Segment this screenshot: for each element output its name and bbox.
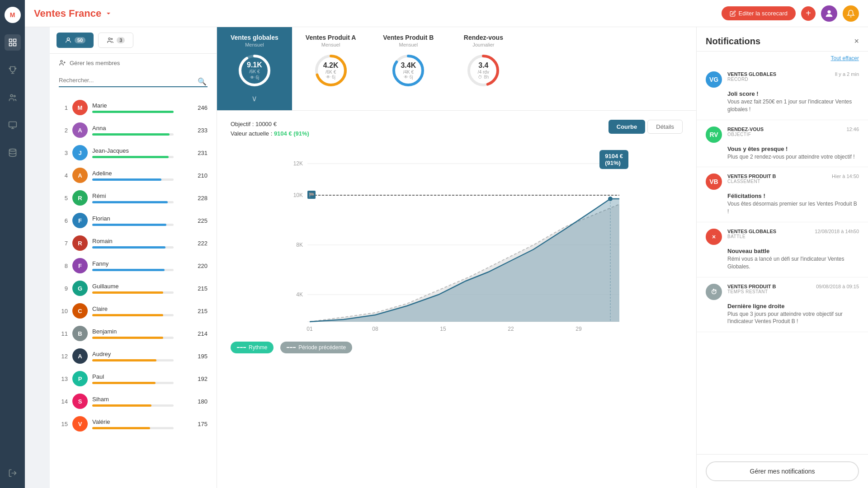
list-item[interactable]: 9 G Guillaume 215 — [50, 277, 217, 300]
notification-item[interactable]: VG VENTES GLOBALES RECORD Il y a 2 min J… — [697, 65, 868, 120]
kpi-tab-1[interactable]: Ventes Produit A Mensuel 4.2K /6K € 👁 6j — [292, 27, 370, 110]
sidebar-item-trophy[interactable] — [5, 62, 21, 78]
member-name: Romain — [92, 238, 193, 244]
member-progress-bar — [92, 359, 156, 361]
chart-container: 9104 € (91%) 12K 10K 8K 4K — [231, 145, 683, 337]
member-progress-bar — [92, 156, 169, 158]
member-rank: 2 — [59, 127, 68, 134]
svg-marker-36 — [310, 199, 619, 322]
notification-item[interactable]: ⏱ VENTES PRODUIT B TEMPS RESTANT 09/08/2… — [697, 277, 868, 333]
member-avatar: P — [72, 371, 88, 386]
app-logo[interactable]: M — [5, 7, 21, 23]
manage-notifications-button[interactable]: Gérer mes notifications — [706, 461, 859, 481]
kpi-tabs: Ventes globales Mensuel 9.1K /6K € 👁 6j … — [217, 27, 696, 111]
list-item[interactable]: 13 P Paul 192 — [50, 367, 217, 390]
clear-all-button[interactable]: Tout effacer — [697, 52, 868, 65]
btn-details[interactable]: Détails — [647, 120, 683, 134]
member-rank: 8 — [59, 263, 68, 269]
chart-area: Objectif : 10000 € Valeur actuelle : 910… — [217, 111, 696, 488]
tab-individuals-count: 50 — [75, 37, 85, 43]
svg-rect-1 — [13, 39, 16, 42]
notifications-header: Notifications × — [697, 27, 868, 52]
member-name: Florian — [92, 215, 193, 222]
member-progress-bg — [92, 337, 174, 339]
member-progress-bg — [92, 133, 174, 136]
member-progress-bg — [92, 269, 174, 271]
list-item[interactable]: 4 A Adeline 210 — [50, 164, 217, 187]
close-notifications-button[interactable]: × — [854, 37, 859, 46]
list-item[interactable]: 7 R Romain 222 — [50, 232, 217, 254]
list-item[interactable]: 8 F Fanny 220 — [50, 254, 217, 277]
legend-periode[interactable]: Période précédente — [280, 342, 352, 353]
tab-individuals[interactable]: 50 — [57, 33, 94, 48]
member-progress-bar — [92, 269, 165, 271]
kpi-tab-3[interactable]: Rendez-vous Journalier 3.4 /4 rdv ⏱ 8h — [447, 27, 519, 110]
member-name: Anna — [92, 125, 193, 131]
svg-text:🏁: 🏁 — [309, 192, 315, 198]
svg-point-7 — [9, 149, 16, 151]
list-item[interactable]: 11 B Benjamin 214 — [50, 322, 217, 345]
add-button[interactable]: + — [801, 6, 816, 21]
list-item[interactable]: 10 C Claire 215 — [50, 300, 217, 322]
edit-scorecard-button[interactable]: Editer la scorecard — [722, 6, 796, 20]
chart-tooltip: 9104 € (91%) — [599, 150, 628, 169]
notifications-bell[interactable] — [843, 5, 859, 22]
member-progress-bar — [92, 291, 163, 294]
list-item[interactable]: 6 F Florian 225 — [50, 209, 217, 232]
sidebar-item-team[interactable] — [5, 89, 21, 106]
notification-item[interactable]: × VENTES GLOBALES BATTLE 12/08/2018 à 14… — [697, 222, 868, 277]
list-item[interactable]: 3 J Jean-Jacques 231 — [50, 141, 217, 164]
sidebar-item-database[interactable] — [5, 145, 21, 161]
member-avatar: S — [72, 394, 88, 409]
kpi-tab-2[interactable]: Ventes Produit B Mensuel 3.4K /4K € 👁 6j — [369, 27, 447, 110]
member-score: 192 — [198, 375, 208, 382]
rythme-icon — [237, 347, 246, 348]
member-avatar: M — [72, 100, 88, 115]
svg-point-12 — [61, 61, 62, 62]
member-search-input[interactable] — [59, 74, 208, 87]
member-rank: 4 — [59, 172, 68, 179]
btn-courbe[interactable]: Courbe — [609, 120, 646, 134]
kpi-tab-0[interactable]: Ventes globales Mensuel 9.1K /6K € 👁 6j … — [217, 27, 292, 110]
periode-icon — [287, 347, 296, 348]
sidebar-item-dashboard[interactable] — [5, 34, 21, 51]
member-score: 220 — [198, 263, 208, 269]
logout-button[interactable] — [5, 465, 21, 481]
svg-text:22: 22 — [508, 326, 514, 332]
member-progress-bg — [92, 111, 174, 113]
svg-text:29: 29 — [576, 326, 582, 332]
member-tabs: 50 3 — [50, 27, 217, 54]
sidebar: M — [0, 0, 25, 488]
member-progress-bar — [92, 382, 156, 384]
member-progress-bg — [92, 314, 174, 316]
svg-text:15: 15 — [440, 326, 446, 332]
svg-text:08: 08 — [372, 326, 378, 332]
member-progress-bg — [92, 201, 174, 203]
member-score: 195 — [198, 353, 208, 360]
member-progress-bar — [92, 427, 150, 429]
member-avatar: R — [72, 190, 88, 206]
member-progress-bg — [92, 382, 174, 384]
list-item[interactable]: 15 V Valérie 175 — [50, 413, 217, 435]
svg-rect-3 — [9, 43, 12, 46]
manage-members-link[interactable]: Gérer les membres — [50, 54, 217, 72]
tab-groups[interactable]: 3 — [98, 33, 133, 48]
user-avatar[interactable] — [821, 5, 837, 22]
list-item[interactable]: 5 R Rémi 228 — [50, 187, 217, 209]
notification-item[interactable]: RV RENDEZ-VOUS OBJECTIF 12:46 Vous y ête… — [697, 120, 868, 168]
chart-view-buttons: Courbe Détails — [609, 120, 683, 134]
member-score: 175 — [198, 421, 208, 427]
member-avatar: A — [72, 122, 88, 138]
member-name: Jean-Jacques — [92, 147, 193, 154]
list-item[interactable]: 2 A Anna 233 — [50, 119, 217, 141]
legend-rythme[interactable]: Rythme — [231, 342, 274, 353]
list-item[interactable]: 12 A Audrey 195 — [50, 345, 217, 367]
list-item[interactable]: 14 S Siham 180 — [50, 390, 217, 413]
list-item[interactable]: 1 M Marie 246 — [50, 96, 217, 119]
sidebar-item-monitor[interactable] — [5, 117, 21, 133]
member-progress-bg — [92, 156, 174, 158]
notification-item[interactable]: VB VENTES PRODUIT B CLASSEMENT Hier à 14… — [697, 167, 868, 222]
member-progress-bar — [92, 224, 166, 226]
member-name: Fanny — [92, 260, 193, 267]
member-avatar: A — [72, 348, 88, 364]
